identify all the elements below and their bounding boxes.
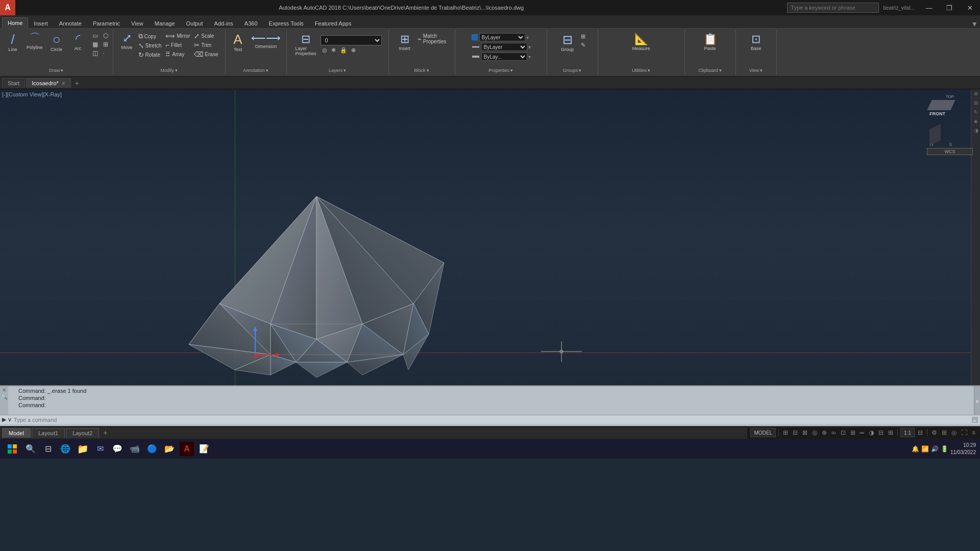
isolate-icon[interactable]: ◎ (950, 429, 958, 436)
rotate-button[interactable]: ↻ Rotate (137, 51, 163, 59)
ducs-toggle[interactable]: ⊡ (839, 429, 847, 436)
tab-layout2[interactable]: Layout2 (66, 428, 99, 438)
workspace-icon[interactable]: ⚙ (930, 429, 939, 436)
ortho-toggle[interactable]: ⊠ (801, 429, 809, 436)
qp-toggle[interactable]: ⊟ (877, 429, 885, 436)
layer-properties-button[interactable]: ⊟ LayerProperties (293, 32, 318, 57)
tab-output[interactable]: Output (181, 18, 209, 29)
match-properties-button[interactable]: ⌁ MatchProperties (416, 33, 448, 45)
edge-browser-icon[interactable]: 🌐 (58, 442, 72, 456)
cmd-input-scroll[interactable]: ▲ (972, 417, 978, 423)
group-edit-button[interactable]: ✎ (579, 41, 587, 49)
cmd-search-icon[interactable]: 🔍 (1, 394, 7, 399)
layer-lock-button[interactable]: 🔒 (338, 46, 349, 54)
viewcube[interactable]: TOP FRONT W S E WCS (927, 94, 973, 151)
otrack-toggle[interactable]: ∞ (830, 429, 838, 436)
tab-annotate[interactable]: Annotate (54, 18, 87, 29)
fillet-button[interactable]: ⌐Fillet (164, 41, 191, 49)
properties-group-label[interactable]: Properties ▾ (457, 68, 545, 73)
layer-more-button[interactable]: ⊕ (350, 46, 357, 54)
restore-button[interactable]: ❐ (939, 0, 960, 15)
erase-button[interactable]: ⌫Erase (192, 50, 219, 59)
lw-toggle[interactable]: ═ (859, 429, 866, 436)
trim-button[interactable]: ✂Trim (192, 41, 219, 49)
paste-button[interactable]: 📋 Paste (700, 32, 720, 52)
groups-group-label[interactable]: Groups ▾ (549, 68, 596, 73)
model-space-button[interactable]: MODEL (750, 428, 776, 437)
tab-expresstools[interactable]: Express Tools (263, 18, 309, 29)
minimize-button[interactable]: — (919, 0, 939, 15)
region-button[interactable]: ⬡ (102, 32, 110, 40)
wifi-icon[interactable]: 📶 (921, 445, 929, 453)
copy-button[interactable]: ⧉ Copy (137, 32, 163, 41)
base-view-button[interactable]: ⊡ Base (746, 32, 766, 52)
viewcube-cube[interactable]: FRONT (929, 100, 970, 141)
layer-freeze-button[interactable]: ❄ (330, 46, 337, 54)
lineweight-dropdown[interactable]: ByLay... (481, 53, 527, 61)
tab-close-icon[interactable]: ✕ (61, 81, 65, 86)
measure-button[interactable]: 📐 Measure (630, 32, 652, 52)
transparency-toggle[interactable]: ◑ (867, 429, 875, 436)
tab-home[interactable]: Home (2, 17, 28, 29)
polar-toggle[interactable]: ◎ (811, 429, 819, 436)
draw-group-label[interactable]: Draw ▾ (2, 68, 111, 73)
gradient-button[interactable]: ◫ (91, 49, 100, 57)
viewcube-front-face[interactable]: FRONT (929, 110, 953, 127)
autocad-taskbar-icon[interactable]: A (180, 442, 194, 456)
layers-group-label[interactable]: Layers ▾ (289, 68, 386, 73)
text-button[interactable]: A Text (229, 32, 247, 53)
tab-view[interactable]: View (126, 18, 149, 29)
cmd-scrollbar[interactable]: ▲ (974, 386, 980, 415)
tab-model[interactable]: Model (2, 428, 31, 438)
dimension-button[interactable]: ⟵⟶ Dimension (249, 32, 283, 50)
mail-icon[interactable]: ✉ (93, 442, 107, 456)
tab-featuredapps[interactable]: Featured Apps (309, 18, 357, 29)
array-button[interactable]: ⠿Array (164, 50, 191, 59)
insert-block-button[interactable]: ⊞ Insert (396, 32, 414, 52)
tab-a360[interactable]: A360 (239, 18, 263, 29)
battery-icon[interactable]: 🔋 (941, 445, 948, 453)
color-dropdown[interactable]: ByLayer (479, 33, 525, 41)
ribbon-toggle[interactable]: ▼ (971, 20, 978, 28)
line-button[interactable]: / Line (3, 32, 22, 53)
tab-manage[interactable]: Manage (149, 18, 181, 29)
table-button[interactable]: ⊞ (102, 40, 110, 48)
sticky-notes-icon[interactable]: 📝 (197, 442, 211, 456)
sync-scale-icon[interactable]: ⊟ (916, 429, 924, 436)
volume-icon[interactable]: 🔊 (931, 445, 939, 453)
fullscreen-icon[interactable]: ⛶ (960, 429, 969, 436)
files-icon[interactable]: 📂 (162, 442, 177, 456)
modify-group-label[interactable]: Modify ▾ (115, 68, 223, 73)
dyn-toggle[interactable]: ⊞ (849, 429, 857, 436)
zoom-icon[interactable]: 📹 (128, 442, 142, 456)
search-input[interactable] (787, 3, 879, 13)
start-button[interactable] (4, 441, 20, 457)
hardware-icon[interactable]: ⊞ (940, 429, 948, 436)
command-input[interactable] (14, 417, 972, 423)
wcs-button[interactable]: WCS (927, 148, 973, 155)
osnap-toggle[interactable]: ⊕ (820, 429, 828, 436)
layer-dropdown[interactable]: 0 (321, 35, 382, 45)
tab-insert[interactable]: Insert (28, 18, 54, 29)
tab-parametric[interactable]: Parametric (87, 18, 126, 29)
tab-start[interactable]: Start (2, 78, 25, 88)
viewport[interactable]: [-][Custom View][X-Ray] (0, 89, 980, 385)
viewcube-top-face[interactable] (927, 100, 955, 110)
view-group-label[interactable]: View ▾ (738, 68, 774, 73)
notifications-icon[interactable]: 🔔 (912, 445, 919, 453)
new-layout-button[interactable]: + (100, 429, 110, 437)
stretch-button[interactable]: ⤡ Stretch (137, 41, 163, 50)
rectangle-button[interactable]: ▭ (91, 32, 100, 40)
scale-button[interactable]: ⤢Scale (192, 32, 219, 40)
tab-addins[interactable]: Add-ins (209, 18, 239, 29)
tab-icosaedro[interactable]: Icosaedro* ✕ (26, 78, 71, 88)
grid-toggle[interactable]: ⊞ (781, 429, 790, 436)
search-taskbar-button[interactable]: 🔍 (23, 442, 38, 456)
customui-icon[interactable]: ≡ (970, 429, 977, 436)
sc-toggle[interactable]: ⊞ (887, 429, 895, 436)
annotation-group-label[interactable]: Annotation ▾ (228, 68, 284, 73)
polyline-button[interactable]: ⌒ Polyline (24, 32, 45, 51)
arc-button[interactable]: ◜ Arc (68, 32, 88, 52)
mirror-button[interactable]: ⟺Mirror (164, 32, 191, 40)
layer-iso-button[interactable]: ◎ (321, 46, 329, 54)
